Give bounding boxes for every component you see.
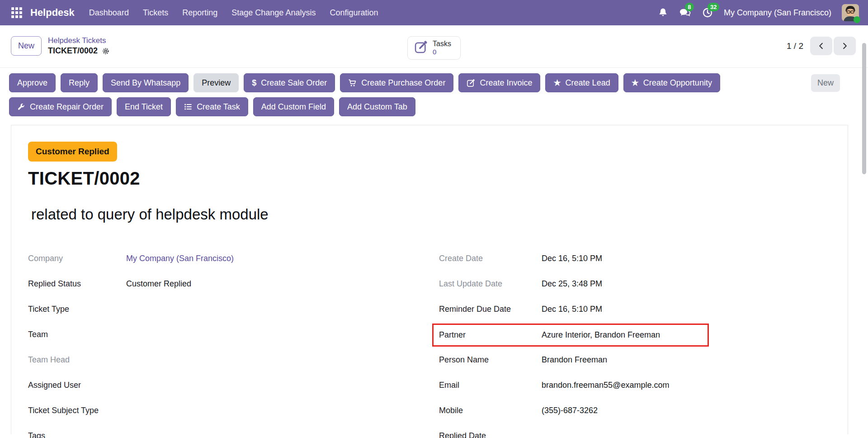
field-person-name: Person Name Brandon Freeman	[439, 354, 830, 380]
field-replied-date: Replied Date	[439, 430, 830, 438]
create-repair-order-button[interactable]: Create Repair Order	[9, 97, 112, 116]
nav-item-stage-change-analysis[interactable]: Stage Change Analysis	[231, 8, 316, 18]
create-purchase-order-button[interactable]: Create Purchase Order	[340, 73, 453, 92]
gear-icon[interactable]	[102, 47, 110, 55]
field-email: Email brandon.freeman55@example.com	[439, 380, 830, 405]
send-by-whatsapp-button[interactable]: Send By Whatsapp	[103, 73, 189, 92]
company-switcher[interactable]: My Company (San Francisco)	[724, 8, 831, 18]
reminder-due-date-input[interactable]: Dec 16, 5:10 PM	[542, 304, 602, 314]
top-navbar: Helpdesk Dashboard Tickets Reporting Sta…	[0, 0, 868, 25]
star-icon: ★	[553, 78, 561, 88]
messages-icon[interactable]: 8	[679, 7, 691, 19]
ticket-form-sheet: Customer Replied TICKET/0002 related to …	[11, 125, 848, 434]
cart-icon	[348, 79, 357, 87]
add-custom-field-button[interactable]: Add Custom Field	[253, 97, 334, 116]
pager-position: 1 / 2	[787, 41, 803, 51]
edit-square-icon	[467, 79, 475, 87]
new-record-button[interactable]: New	[11, 36, 42, 56]
list-icon	[184, 103, 192, 111]
field-assigned-user: Assigned User	[28, 380, 439, 405]
nav-item-tickets[interactable]: Tickets	[143, 8, 168, 18]
end-ticket-button[interactable]: End Ticket	[117, 97, 171, 116]
left-field-column: Company My Company (San Francisco) Repli…	[28, 253, 439, 438]
chevron-right-icon	[840, 42, 849, 50]
chevron-left-icon	[817, 42, 826, 50]
create-lead-button[interactable]: ★ Create Lead	[545, 73, 618, 92]
person-name-input[interactable]: Brandon Freeman	[542, 354, 607, 365]
create-sale-order-button[interactable]: $ Create Sale Order	[244, 73, 335, 92]
field-create-date: Create Date Dec 16, 5:10 PM	[439, 253, 830, 278]
approve-button[interactable]: Approve	[9, 73, 56, 92]
field-last-update-date: Last Update Date Dec 25, 3:48 PM	[439, 278, 830, 304]
partner-highlight-box: Partner Azure Interior, Brandon Freeman	[432, 324, 709, 347]
field-mobile: Mobile (355)-687-3262	[439, 405, 830, 430]
breadcrumb-current: TICKET/0002	[48, 46, 98, 56]
email-input[interactable]: brandon.freeman55@example.com	[542, 380, 669, 390]
ticket-reference: TICKET/0002	[28, 168, 830, 189]
app-title[interactable]: Helpdesk	[30, 7, 75, 19]
preview-button[interactable]: Preview	[193, 73, 239, 92]
field-replied-status: Replied Status Customer Replied	[28, 278, 439, 304]
tasks-smart-button[interactable]: Tasks 0	[407, 36, 461, 60]
wrench-icon	[17, 103, 25, 111]
edit-note-icon	[414, 40, 428, 56]
control-panel: New Helpdesk Tickets TICKET/0002 Tasks 0	[0, 25, 868, 67]
reply-button[interactable]: Reply	[61, 73, 98, 92]
apps-grid-icon[interactable]	[11, 7, 23, 19]
status-badge: New	[811, 74, 840, 92]
add-custom-tab-button[interactable]: Add Custom Tab	[339, 97, 415, 116]
mobile-input[interactable]: (355)-687-3262	[542, 405, 598, 415]
action-button-bar: Approve Reply Send By Whatsapp Preview $…	[0, 67, 868, 116]
right-field-column: Create Date Dec 16, 5:10 PM Last Update …	[439, 253, 830, 438]
tasks-count: 0	[433, 48, 451, 56]
star-icon: ★	[632, 78, 639, 88]
field-team-head: Team Head	[28, 354, 439, 380]
activities-clock-icon[interactable]: 32	[702, 7, 713, 19]
notification-bell-icon[interactable]	[657, 7, 669, 19]
field-company: Company My Company (San Francisco)	[28, 253, 439, 278]
create-invoice-button[interactable]: Create Invoice	[458, 73, 540, 92]
activities-count-badge: 32	[708, 3, 719, 11]
partner-input[interactable]: Azure Interior, Brandon Freeman	[542, 329, 660, 340]
record-pager: 1 / 2	[787, 37, 856, 55]
field-ticket-type: Ticket Type	[28, 304, 439, 329]
nav-item-reporting[interactable]: Reporting	[182, 8, 217, 18]
dollar-icon: $	[252, 78, 256, 88]
nav-menu: Dashboard Tickets Reporting Stage Change…	[89, 8, 378, 18]
breadcrumb: Helpdesk Tickets TICKET/0002	[48, 36, 110, 56]
field-ticket-subject-type: Ticket Subject Type	[28, 405, 439, 430]
field-tags: Tags	[28, 430, 439, 438]
vertical-scrollbar[interactable]	[862, 43, 866, 174]
user-avatar[interactable]	[842, 4, 859, 21]
online-status-dot	[854, 16, 860, 23]
ticket-subject[interactable]: related to query of helpdesk module	[28, 206, 830, 223]
pager-next-button[interactable]	[834, 37, 856, 55]
company-link[interactable]: My Company (San Francisco)	[126, 253, 234, 263]
field-partner: Partner Azure Interior, Brandon Freeman	[439, 329, 830, 354]
create-opportunity-button[interactable]: ★ Create Opportunity	[623, 73, 720, 92]
tasks-label: Tasks	[433, 40, 451, 48]
pager-previous-button[interactable]	[810, 37, 832, 55]
nav-item-configuration[interactable]: Configuration	[330, 8, 378, 18]
create-task-button[interactable]: Create Task	[176, 97, 248, 116]
nav-item-dashboard[interactable]: Dashboard	[89, 8, 129, 18]
breadcrumb-parent-link[interactable]: Helpdesk Tickets	[48, 36, 110, 45]
field-team: Team	[28, 329, 439, 354]
stage-badge: Customer Replied	[28, 142, 117, 162]
messages-count-badge: 8	[685, 3, 694, 11]
